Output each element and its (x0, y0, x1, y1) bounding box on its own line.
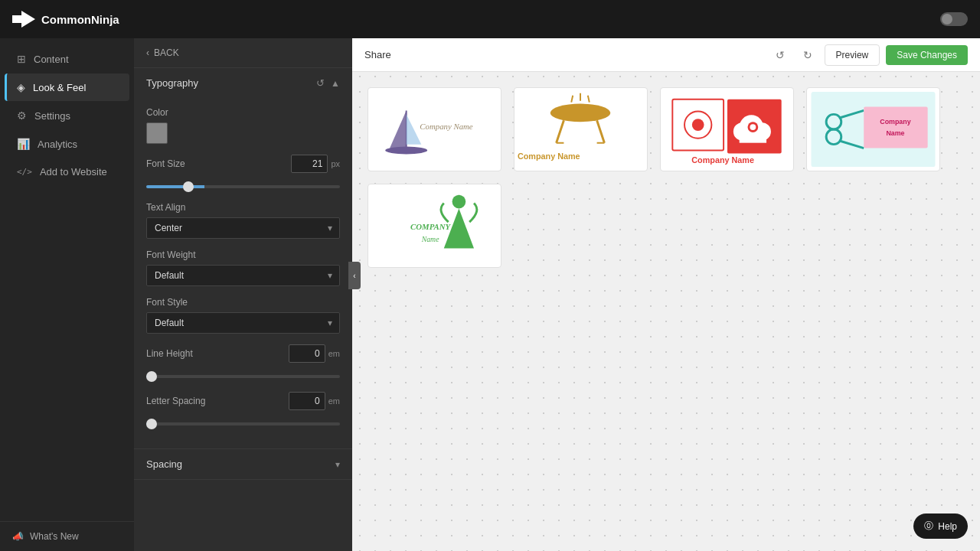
collapse-icon[interactable]: ▲ (331, 78, 340, 89)
font-style-wrapper: Default Italic Normal (146, 312, 340, 334)
font-size-field: Font Size 21 px (146, 155, 340, 191)
spacing-header[interactable]: Spacing ▾ (134, 449, 352, 479)
redo-button[interactable]: ↻ (797, 44, 818, 66)
svg-text:Company Name: Company Name (518, 152, 580, 161)
font-size-label: Font Size (146, 158, 185, 169)
panel-collapse-icon: ‹ (353, 272, 355, 280)
undo-button[interactable]: ↺ (769, 44, 791, 66)
content-icon: ⊞ (17, 53, 26, 65)
letter-spacing-slider[interactable] (146, 422, 340, 425)
logo-card-1-svg: Company Name (368, 88, 501, 171)
font-style-field: Font Style Default Italic Normal (146, 297, 340, 334)
sidebar-item-label: Analytics (38, 139, 77, 150)
panel-collapse-button[interactable]: ‹ (348, 262, 361, 289)
svg-line-7 (571, 96, 573, 103)
sidebar-item-analytics[interactable]: 📊 Analytics (5, 130, 129, 158)
svg-rect-31 (864, 107, 927, 148)
sidebar-nav: ⊞ Content ◈ Look & Feel ⚙ Settings 📊 Ana… (0, 38, 134, 521)
logo-text: CommonNinja (41, 13, 119, 26)
settings-icon: ⚙ (17, 109, 27, 122)
font-size-input-row: 21 px (291, 155, 340, 173)
text-align-label: Text Align (146, 202, 340, 213)
logo: CommonNinja (12, 11, 119, 28)
svg-point-21 (750, 124, 756, 130)
logo-icon (12, 11, 35, 28)
sidebar-item-label: Add to Website (40, 166, 107, 178)
sidebar-item-settings[interactable]: ⚙ Settings (5, 102, 129, 129)
analytics-icon: 📊 (17, 138, 30, 150)
line-height-field: Line Height em (146, 344, 340, 381)
logo-grid: Company Name (352, 72, 980, 551)
top-bar: CommonNinja (0, 0, 980, 38)
typography-label: Typography (146, 77, 198, 89)
sidebar-bottom: 📣 What's New (0, 521, 134, 551)
svg-marker-3 (407, 114, 422, 144)
sidebar: ⊞ Content ◈ Look & Feel ⚙ Settings 📊 Ana… (0, 38, 134, 551)
spacing-label: Spacing (146, 458, 182, 470)
font-size-slider-container (146, 178, 340, 191)
save-button[interactable]: Save Changes (886, 45, 968, 65)
toolbar-right: ↺ ↻ Preview Save Changes (769, 44, 968, 66)
letter-spacing-input-row: em (289, 392, 340, 410)
sidebar-item-label: Settings (34, 110, 70, 122)
line-height-input-row: em (289, 344, 340, 363)
svg-point-24 (692, 119, 704, 131)
logo-card-5[interactable]: COMPANY Name (368, 184, 501, 268)
letter-spacing-field: Letter Spacing em (146, 392, 340, 429)
line-height-slider[interactable] (146, 375, 340, 378)
main-content: Share ↺ ↻ Preview Save Changes (352, 38, 980, 551)
color-swatch[interactable] (146, 122, 168, 144)
svg-text:Company Name: Company Name (691, 155, 754, 165)
text-align-select[interactable]: Left Center Right (146, 217, 340, 239)
letter-spacing-unit: em (328, 396, 340, 406)
line-height-label: Line Height (146, 348, 193, 359)
logo-card-2[interactable]: Company Name (514, 87, 648, 171)
font-weight-select[interactable]: Default Bold Light (146, 265, 340, 286)
svg-text:Name: Name (421, 235, 440, 243)
logo-card-3-svg: Company Name (661, 88, 793, 171)
font-weight-field: Font Weight Default Bold Light (146, 249, 340, 286)
whats-new-item[interactable]: 📣 What's New (12, 531, 122, 542)
font-style-select[interactable]: Default Italic Normal (146, 312, 340, 334)
font-size-input[interactable]: 21 (291, 155, 328, 173)
logo-card-4[interactable]: Company Name (806, 87, 940, 171)
typography-section: Typography ↺ ▲ Color Font Size 21 px (134, 68, 352, 449)
font-weight-wrapper: Default Bold Light (146, 265, 340, 286)
sidebar-item-add-to-website[interactable]: </> Add to Website (5, 158, 129, 185)
font-size-slider[interactable] (146, 185, 340, 188)
sidebar-item-label: Content (34, 54, 69, 65)
letter-spacing-label: Letter Spacing (146, 396, 205, 406)
back-button[interactable]: ‹ BACK (134, 38, 352, 68)
settings-panel: ‹ BACK Typography ↺ ▲ Color Font Size (134, 38, 352, 551)
line-height-slider-container (146, 367, 340, 381)
content-toolbar: Share ↺ ↻ Preview Save Changes (352, 38, 980, 72)
look-feel-icon: ◈ (17, 81, 25, 93)
reset-icon[interactable]: ↺ (316, 77, 325, 89)
theme-toggle[interactable] (940, 12, 968, 26)
help-button[interactable]: ⓪ Help (913, 514, 968, 539)
share-label: Share (364, 49, 391, 60)
sidebar-item-content[interactable]: ⊞ Content (5, 45, 129, 73)
sidebar-item-look-and-feel[interactable]: ◈ Look & Feel (5, 73, 129, 101)
typography-header[interactable]: Typography ↺ ▲ (134, 68, 352, 98)
svg-marker-0 (12, 11, 35, 28)
spacing-collapse-icon[interactable]: ▾ (335, 459, 340, 470)
line-height-input[interactable] (289, 344, 325, 363)
color-field: Color (146, 107, 340, 144)
svg-marker-2 (390, 110, 407, 148)
svg-line-11 (597, 120, 605, 142)
whats-new-label: What's New (30, 531, 79, 542)
svg-point-34 (452, 195, 466, 209)
logo-card-4-svg: Company Name (807, 88, 939, 171)
logo-card-3[interactable]: Company Name (660, 87, 794, 171)
logo-card-5-svg: COMPANY Name (368, 184, 501, 267)
svg-point-4 (385, 147, 427, 155)
logo-card-1[interactable]: Company Name (368, 87, 501, 171)
letter-spacing-input[interactable] (289, 392, 325, 410)
text-align-field: Text Align Left Center Right (146, 202, 340, 239)
line-height-unit: em (328, 349, 340, 358)
svg-text:COMPANY: COMPANY (410, 222, 451, 231)
preview-button[interactable]: Preview (825, 44, 880, 66)
logo-card-2-svg: Company Name (514, 88, 647, 171)
svg-line-9 (588, 96, 590, 103)
